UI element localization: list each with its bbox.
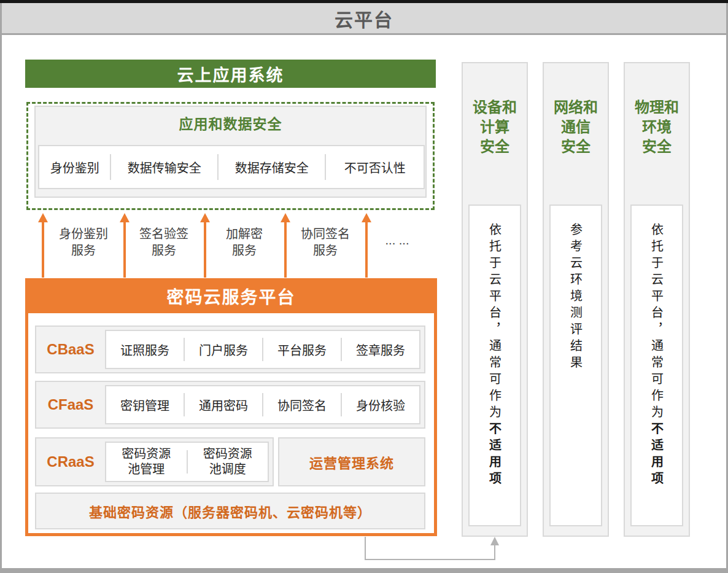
service-ellipsis: ... ... [385,233,409,248]
cloud-platform-diagram: 云平台 云上应用系统 应用和数据安全 身份鉴别 数据传输安全 数据存储安全 不可… [0,0,728,573]
pillar-note: 依托于云平台，通常可作为不适用项 [648,206,666,525]
pillar-note: 参考云环境测评结果 [567,206,585,525]
operation-management-box: 运营管理系统 [278,437,425,486]
cfaas-item: 身份核验 [342,386,419,423]
pillar-network-communication-security: 网络和 通信 安全 参考云环境测评结果 [543,62,609,537]
cbaas-item: 证照服务 [106,331,184,368]
crypto-platform-header: 密码云服务平台 [25,278,437,313]
pillar-note-box: 依托于云平台，通常可作为不适用项 [630,205,683,526]
cbaas-item: 平台服务 [263,331,341,368]
pillar-note-box: 依托于云平台，通常可作为不适用项 [468,205,521,526]
craas-item: 密码资源 池管理 [106,443,187,481]
pillar-title: 网络和 通信 安全 [544,98,608,157]
up-arrow-icon [200,213,210,278]
security-item: 数据存储安全 [219,146,325,188]
base-crypto-resource-bar: 基础密码资源（服务器密码机、云密码机等） [35,493,425,529]
up-arrow-icon [362,213,371,278]
up-arrow-icon [38,213,48,278]
app-security-items: 身份鉴别 数据传输安全 数据存储安全 不可否认性 [38,145,425,189]
up-arrow-icon [120,213,130,278]
service-label: 加解密 服务 [226,226,263,259]
cloud-app-system-header: 云上应用系统 [25,60,436,88]
pillar-note-box: 参考云环境测评结果 [549,205,602,526]
service-label: 签名验签 服务 [139,226,188,259]
crypto-platform-title: 密码云服务平台 [166,284,295,308]
craas-items: 密码资源 池管理 密码资源 池调度 [105,442,269,482]
cfaas-item: 协同签名 [263,386,341,423]
cfaas-items: 密钥管理 通用密码 协同签名 身份核验 [105,385,420,424]
security-item: 不可否认性 [326,146,424,188]
operation-management-label: 运营管理系统 [309,452,394,472]
security-item: 身份鉴别 [39,146,110,188]
cbaas-items: 证照服务 门户服务 平台服务 签章服务 [105,330,420,369]
up-arrow-icon [281,213,290,278]
service-label: 协同签名 服务 [301,226,350,259]
pillar-title: 设备和 计算 安全 [463,98,527,157]
craas-label: CRaaS [36,439,105,485]
craas-row: CRaaS 密码资源 池管理 密码资源 池调度 [35,437,274,486]
app-data-security-title: 应用和数据安全 [36,112,425,133]
page-title: 云平台 [335,5,393,32]
cfaas-item: 通用密码 [185,386,262,423]
base-crypto-resource-label: 基础密码资源（服务器密码机、云密码机等） [89,501,371,521]
security-item: 数据传输安全 [111,146,217,188]
pillar-title: 物理和 环境 安全 [625,98,689,157]
cfaas-item: 密钥管理 [106,386,184,423]
cbaas-item: 签章服务 [342,331,419,368]
cfaas-row: CFaaS 密钥管理 通用密码 协同签名 身份核验 [35,381,425,429]
pillar-physical-environment-security: 物理和 环境 安全 依托于云平台，通常可作为不适用项 [624,62,690,537]
service-label: 身份鉴别 服务 [59,226,108,259]
pillar-note: 依托于云平台，通常可作为不适用项 [486,206,504,525]
craas-item: 密码资源 池调度 [188,443,268,481]
cloud-platform-titlebar: 云平台 [0,3,728,35]
cbaas-row: CBaaS 证照服务 门户服务 平台服务 签章服务 [35,325,425,373]
cbaas-item: 门户服务 [185,331,262,368]
pillar-device-computing-security: 设备和 计算 安全 依托于云平台，通常可作为不适用项 [462,62,528,537]
cloud-app-system-title: 云上应用系统 [177,62,284,86]
cbaas-label: CBaaS [36,327,105,372]
cfaas-label: CFaaS [36,382,105,427]
